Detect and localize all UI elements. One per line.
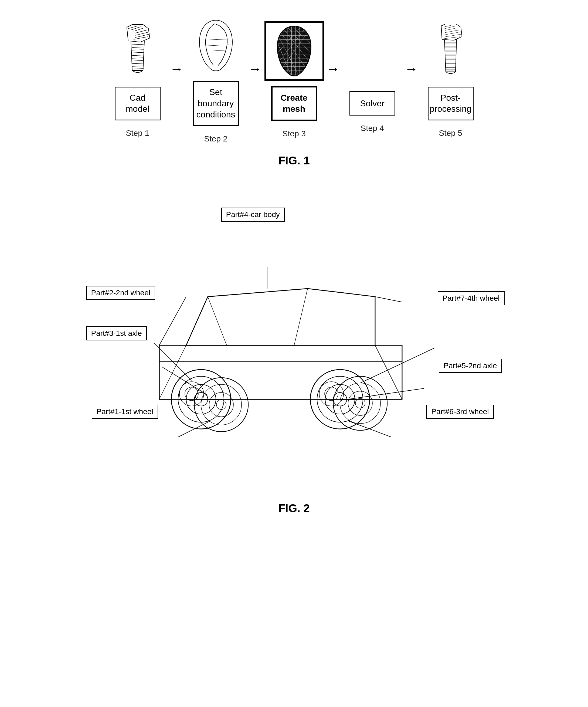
step1-label: Step 1	[126, 129, 149, 138]
arrow-4: →	[405, 61, 418, 77]
svg-point-97	[209, 393, 234, 417]
step5-box: Post-processing	[428, 87, 474, 121]
label-part1: Part#1-1st wheel	[92, 405, 158, 419]
svg-line-18	[205, 45, 229, 46]
fig1-caption: FIG. 1	[24, 154, 564, 167]
fig2-container: Part#4-car body Part#2-2nd wheel Part#7-…	[24, 200, 564, 531]
step5-block: Post-processing Step 5	[421, 22, 480, 138]
label-part3: Part#3-1st axle	[87, 326, 147, 340]
svg-point-101	[348, 391, 372, 415]
svg-line-14	[132, 63, 144, 64]
svg-point-100	[340, 383, 380, 424]
svg-line-15	[132, 66, 144, 66]
svg-line-9	[132, 50, 144, 50]
step2-image	[186, 16, 246, 76]
svg-line-53	[445, 30, 459, 33]
svg-point-99	[333, 376, 387, 430]
svg-line-116	[348, 421, 391, 437]
label-part5: Part#5-2nd axle	[439, 359, 502, 373]
step4-image	[343, 27, 402, 86]
step3-block: Create mesh Step 3	[265, 21, 324, 138]
svg-line-76	[186, 297, 208, 345]
step1-block: Cad model Step 1	[108, 22, 167, 138]
svg-line-109	[208, 297, 227, 345]
svg-line-13	[132, 61, 144, 61]
svg-line-16	[132, 69, 144, 69]
label-part2: Part#2-2nd wheel	[87, 286, 155, 300]
fig2-caption: FIG. 2	[24, 502, 564, 515]
svg-line-71	[375, 297, 402, 302]
arrow-2: →	[248, 61, 262, 77]
svg-line-50	[443, 25, 452, 27]
svg-line-12	[132, 58, 144, 58]
svg-line-114	[348, 389, 424, 399]
svg-marker-66	[186, 289, 375, 345]
workflow-diagram: Cad model Step 1 →	[24, 16, 564, 143]
step3-box: Create mesh	[271, 86, 317, 121]
step5-image	[421, 22, 480, 81]
step2-label: Step 2	[204, 134, 228, 143]
step4-block: Solver Step 4	[343, 27, 402, 133]
step3-label: Step 3	[282, 129, 306, 138]
step5-label: Step 5	[439, 129, 462, 138]
svg-line-6	[134, 37, 148, 39]
step4-box: Solver	[349, 91, 395, 115]
arrow-1: →	[170, 61, 183, 77]
step1-image	[108, 22, 167, 81]
svg-line-108	[294, 289, 308, 345]
step4-label: Step 4	[360, 124, 384, 133]
step2-box: Set boundary conditions	[193, 81, 239, 126]
step1-box: Cad model	[115, 87, 161, 121]
svg-point-98	[216, 400, 226, 409]
label-part7: Part#7-4th wheel	[438, 291, 505, 305]
svg-line-55	[444, 34, 461, 37]
svg-line-106	[375, 345, 402, 399]
svg-line-19	[206, 50, 229, 51]
svg-line-2	[134, 28, 144, 31]
svg-line-10	[132, 53, 144, 53]
arrow-3: →	[326, 61, 340, 77]
step2-block: Set boundary conditions Step 2	[186, 16, 246, 143]
svg-point-96	[201, 384, 242, 425]
svg-line-17	[206, 39, 227, 40]
svg-line-74	[159, 297, 186, 345]
svg-line-11	[132, 55, 144, 56]
svg-line-112	[360, 348, 435, 383]
svg-point-95	[194, 378, 248, 432]
svg-line-8	[132, 47, 144, 47]
fig1-container: Cad model Step 1 →	[24, 16, 564, 183]
step3-image	[265, 21, 324, 81]
label-part4: Part#4-car body	[221, 208, 285, 222]
label-part6: Part#6-3rd wheel	[426, 405, 493, 419]
svg-line-7	[132, 44, 144, 45]
svg-rect-65	[159, 345, 402, 399]
fig2-diagram: Part#4-car body Part#2-2nd wheel Part#7-…	[78, 200, 510, 497]
svg-point-102	[355, 399, 365, 408]
